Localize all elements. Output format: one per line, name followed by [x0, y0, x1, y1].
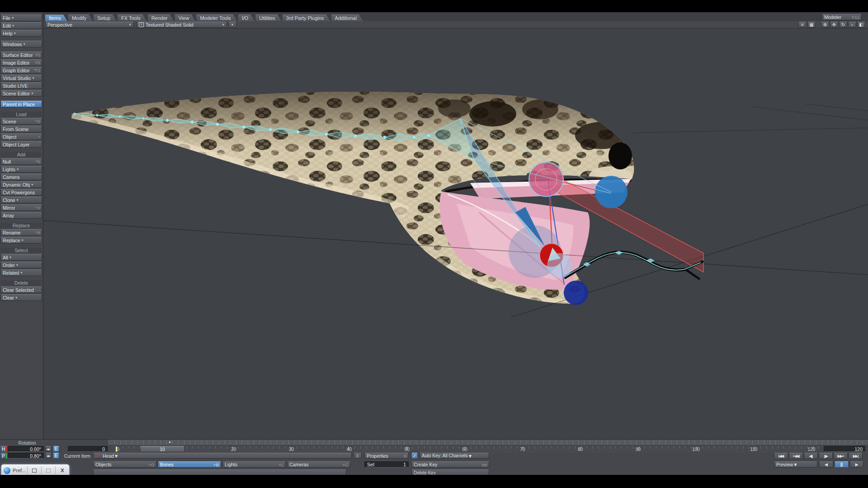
- sidebar-item[interactable]: Order ▼: [0, 262, 42, 268]
- sidebar-item[interactable]: [0, 48, 43, 52]
- sidebar-item[interactable]: [0, 277, 43, 280]
- sidebar-item[interactable]: Add: [0, 152, 42, 157]
- sidebar-item[interactable]: Help ▼: [0, 30, 42, 37]
- properties-button[interactable]: Properties p: [364, 453, 409, 459]
- menu-tab[interactable]: Utilities: [255, 14, 281, 21]
- current-frame-marker[interactable]: [116, 446, 117, 452]
- sidebar-item[interactable]: Object +: [0, 133, 42, 140]
- sidebar-item[interactable]: [0, 98, 43, 101]
- pitch-envelope-button[interactable]: E: [53, 453, 59, 459]
- sidebar-item[interactable]: Scene ^O: [0, 118, 42, 125]
- clipped-delete-key-button[interactable]: Delete Key: [411, 469, 489, 475]
- sidebar-item[interactable]: Camera: [0, 174, 42, 180]
- center-view-icon[interactable]: ⊕: [821, 22, 829, 28]
- current-item-dropdown[interactable]: Head ▼: [93, 453, 352, 459]
- play-reverse-button[interactable]: ◀: [819, 461, 833, 468]
- list-icon[interactable]: ≡: [798, 22, 807, 28]
- item-type-button[interactable]: Cameras +C: [287, 461, 350, 468]
- start-frame-field[interactable]: 0: [68, 446, 108, 452]
- menu-tab[interactable]: Modeler Tools: [196, 14, 237, 21]
- sidebar-item[interactable]: File ▼: [0, 14, 42, 21]
- joint-circle-lightblue[interactable]: [547, 253, 572, 278]
- sidebar-item[interactable]: [0, 244, 43, 248]
- view-mode-dropdown[interactable]: Perspective ▼: [45, 22, 134, 28]
- go-to-start-button[interactable]: |◀◀: [774, 453, 788, 459]
- pause-button[interactable]: ||: [835, 461, 849, 468]
- sidebar-item[interactable]: Rename *N: [0, 229, 42, 236]
- heading-envelope-button[interactable]: E: [53, 446, 59, 452]
- previous-key-button[interactable]: +◀◀: [789, 453, 803, 459]
- heading-value-field[interactable]: 0.00°: [8, 446, 44, 452]
- sidebar-item[interactable]: Load: [0, 112, 42, 117]
- pan-view-icon[interactable]: ✜: [830, 22, 838, 28]
- timeline-ruler[interactable]: 0102030405060708090100110120 10: [110, 446, 820, 452]
- sidebar-item[interactable]: Graph Editor ^F2: [0, 67, 42, 74]
- sidebar-item[interactable]: All ▼: [0, 254, 42, 261]
- frame-slider-handle[interactable]: 10: [140, 446, 184, 452]
- sidebar-item[interactable]: Windows ▼: [0, 41, 42, 47]
- joint-circle-navy[interactable]: [564, 281, 588, 305]
- sidebar-item[interactable]: Cvt Powergons: [0, 189, 42, 196]
- go-to-end-button[interactable]: ▶▶|: [849, 453, 863, 459]
- menu-tab[interactable]: Setup: [94, 14, 117, 21]
- sidebar-item[interactable]: Related ▼: [0, 269, 42, 276]
- sidebar-item[interactable]: Edit ▼: [0, 22, 42, 29]
- sidebar-item[interactable]: Null ^N: [0, 158, 42, 165]
- menu-tab[interactable]: FX Tools: [118, 14, 147, 21]
- rotate-view-icon[interactable]: ↻: [839, 22, 847, 28]
- next-key-button[interactable]: ▶▶+: [834, 453, 848, 459]
- sidebar-item[interactable]: Parent in Place: [0, 101, 42, 108]
- sidebar-item[interactable]: Replace ▼: [0, 237, 42, 244]
- joint-circle-rose[interactable]: [529, 162, 563, 197]
- sidebar-item[interactable]: Replace: [0, 223, 42, 228]
- menu-tab[interactable]: 3rd Party Plugins: [283, 14, 330, 21]
- sidebar-item[interactable]: Select: [0, 248, 42, 253]
- viewport-options-dropdown[interactable]: ▼: [228, 22, 236, 28]
- restore-window-button[interactable]: [27, 466, 41, 474]
- perspective-viewport[interactable]: [43, 28, 868, 439]
- sidebar-item[interactable]: Clear Selected -: [0, 286, 42, 293]
- sidebar-item[interactable]: Delete: [0, 280, 42, 286]
- create-key-button[interactable]: Create Key ret: [411, 461, 489, 468]
- item-type-button[interactable]: Lights +L: [222, 461, 286, 468]
- sidebar-item[interactable]: Dynamic Obj ▼: [0, 181, 42, 188]
- sidebar-item[interactable]: Scene Editor ▼: [0, 90, 42, 97]
- shading-mode-dropdown[interactable]: T Textured Shaded Solid ▼: [137, 22, 227, 28]
- sidebar-item[interactable]: Clear ▼: [0, 294, 42, 301]
- close-window-button[interactable]: X: [55, 466, 69, 474]
- sidebar-item[interactable]: Studio LIVE: [0, 82, 42, 89]
- menu-tab[interactable]: View: [175, 14, 196, 21]
- sidebar-item[interactable]: [0, 108, 43, 112]
- pitch-stepper[interactable]: ◀▶: [45, 453, 52, 459]
- maximize-window-button[interactable]: [41, 466, 55, 474]
- modeler-button[interactable]: Modeler F12: [822, 14, 862, 20]
- end-frame-field[interactable]: 120: [824, 446, 865, 452]
- auto-key-checkbox[interactable]: ✓: [411, 453, 418, 459]
- preview-dropdown[interactable]: Preview ▼: [774, 461, 817, 468]
- sidebar-item[interactable]: Lights ▼: [0, 166, 42, 173]
- sidebar-item[interactable]: Mirror +V: [0, 204, 42, 211]
- sidebar-item[interactable]: Object Layer: [0, 141, 42, 148]
- sidebar-item[interactable]: Virtual Studio ▼: [0, 75, 42, 81]
- sidebar-item[interactable]: [0, 38, 43, 41]
- menu-tab[interactable]: Render: [148, 14, 174, 21]
- maximize-view-icon[interactable]: ◧: [857, 22, 865, 28]
- sidebar-item[interactable]: Clone ▼: [0, 197, 42, 203]
- sidebar-item[interactable]: From Scene: [0, 126, 42, 132]
- auto-key-dropdown[interactable]: Auto Key: All Channels ▼: [420, 453, 489, 459]
- sidebar-item[interactable]: [0, 149, 43, 152]
- snapshot-icon[interactable]: ▦: [807, 22, 816, 28]
- step-back-button[interactable]: ◀||: [804, 453, 818, 459]
- play-button[interactable]: ▶: [850, 461, 863, 468]
- pitch-value-field[interactable]: 0.80°: [8, 453, 44, 459]
- menu-tab[interactable]: Modify: [68, 14, 93, 21]
- sidebar-item[interactable]: Image Editor F6: [0, 59, 42, 66]
- menu-tab[interactable]: Items: [45, 14, 67, 21]
- sidebar-item[interactable]: Array: [0, 212, 42, 219]
- preferences-window-titlebar[interactable]: Pref... X: [1, 464, 70, 475]
- heading-stepper[interactable]: ◀▶: [45, 446, 52, 452]
- menu-tab[interactable]: I/O: [238, 14, 255, 21]
- menu-tab[interactable]: Additional: [331, 14, 363, 21]
- zoom-view-icon[interactable]: ⌕: [848, 22, 856, 28]
- dope-track[interactable]: ▲: [108, 440, 868, 446]
